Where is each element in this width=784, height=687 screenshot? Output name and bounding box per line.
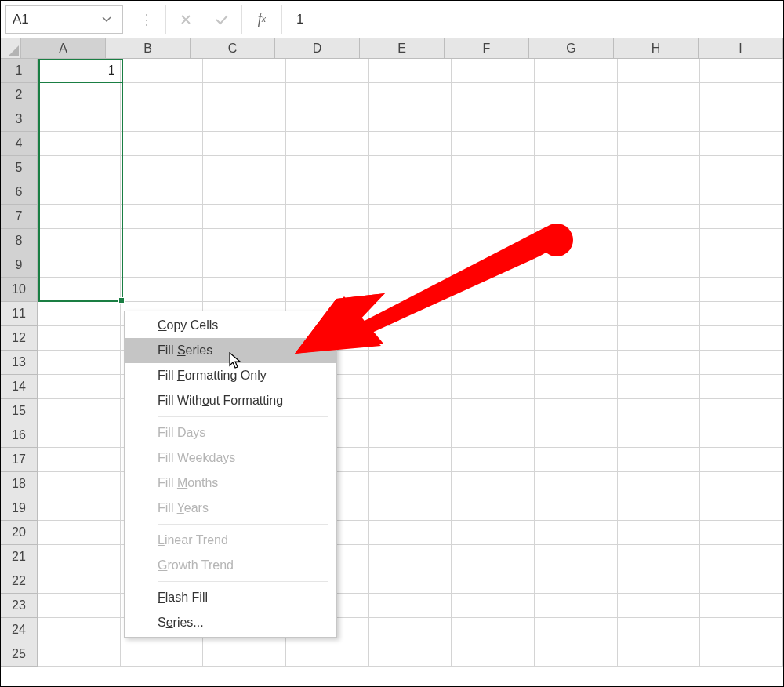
cell[interactable] (369, 302, 452, 326)
row-header[interactable]: 6 (1, 180, 38, 205)
cell[interactable] (203, 642, 286, 667)
cell[interactable] (38, 375, 121, 399)
row-header[interactable]: 23 (1, 594, 38, 618)
cell[interactable] (700, 472, 783, 496)
cell[interactable] (452, 229, 535, 253)
cell[interactable] (618, 448, 701, 472)
cell[interactable] (700, 496, 783, 521)
cell[interactable] (369, 253, 452, 278)
cell[interactable] (452, 545, 535, 569)
cell[interactable] (618, 83, 701, 107)
cell[interactable] (535, 253, 618, 278)
cell[interactable] (700, 423, 783, 448)
cell[interactable] (286, 180, 369, 205)
cell[interactable] (618, 156, 701, 180)
cell[interactable] (38, 326, 121, 351)
cell[interactable] (38, 521, 121, 545)
cell[interactable] (452, 253, 535, 278)
cell[interactable] (535, 521, 618, 545)
cell[interactable] (369, 594, 452, 618)
formula-input[interactable] (289, 5, 779, 34)
cell[interactable] (369, 521, 452, 545)
cell[interactable] (38, 399, 121, 423)
cell[interactable] (38, 423, 121, 448)
cell[interactable] (535, 569, 618, 594)
cell[interactable] (121, 205, 204, 229)
cell[interactable] (203, 132, 286, 156)
cell[interactable] (369, 278, 452, 302)
cell[interactable] (452, 423, 535, 448)
cell[interactable] (38, 107, 121, 132)
cell[interactable] (535, 375, 618, 399)
cell[interactable] (38, 156, 121, 180)
row-header[interactable]: 4 (1, 132, 38, 156)
cell[interactable] (121, 156, 204, 180)
row-header[interactable]: 22 (1, 569, 38, 594)
row-header[interactable]: 3 (1, 107, 38, 132)
cell[interactable] (452, 594, 535, 618)
cell[interactable] (369, 351, 452, 375)
cell[interactable] (535, 545, 618, 569)
row-header[interactable]: 18 (1, 472, 38, 496)
cell[interactable] (452, 107, 535, 132)
row-header[interactable]: 15 (1, 399, 38, 423)
cell[interactable] (535, 423, 618, 448)
cell[interactable] (700, 375, 783, 399)
cell[interactable] (618, 132, 701, 156)
cell[interactable] (618, 253, 701, 278)
cell[interactable] (618, 278, 701, 302)
cell[interactable] (38, 180, 121, 205)
cell[interactable] (700, 83, 783, 107)
cell[interactable] (286, 253, 369, 278)
row-header[interactable]: 10 (1, 278, 38, 302)
cell[interactable] (38, 618, 121, 642)
cell[interactable] (369, 472, 452, 496)
row-header[interactable]: 7 (1, 205, 38, 229)
column-header[interactable]: C (191, 38, 275, 59)
cell[interactable]: 1 (38, 59, 121, 83)
cell[interactable] (700, 618, 783, 642)
cell[interactable] (369, 180, 452, 205)
cell[interactable] (535, 618, 618, 642)
cell[interactable] (369, 132, 452, 156)
cell[interactable] (38, 205, 121, 229)
cell[interactable] (452, 132, 535, 156)
cell[interactable] (452, 569, 535, 594)
cell[interactable] (452, 375, 535, 399)
column-header[interactable]: F (445, 38, 529, 59)
cell[interactable] (700, 448, 783, 472)
cell[interactable] (369, 229, 452, 253)
cell[interactable] (369, 156, 452, 180)
cell[interactable] (286, 107, 369, 132)
cell[interactable] (618, 205, 701, 229)
more-icon[interactable]: ⋮ (128, 5, 164, 34)
cell[interactable] (38, 302, 121, 326)
cell[interactable] (369, 448, 452, 472)
cell[interactable] (121, 278, 204, 302)
cell[interactable] (38, 229, 121, 253)
cell[interactable] (700, 326, 783, 351)
cell[interactable] (452, 642, 535, 667)
cell[interactable] (38, 278, 121, 302)
cell[interactable] (121, 59, 204, 83)
cell[interactable] (700, 253, 783, 278)
cell[interactable] (203, 156, 286, 180)
cell[interactable] (203, 278, 286, 302)
cell[interactable] (700, 59, 783, 83)
cell[interactable] (369, 618, 452, 642)
cell[interactable] (700, 351, 783, 375)
row-header[interactable]: 5 (1, 156, 38, 180)
cell[interactable] (286, 229, 369, 253)
cell[interactable] (452, 351, 535, 375)
cell[interactable] (618, 302, 701, 326)
row-header[interactable]: 8 (1, 229, 38, 253)
cell[interactable] (203, 107, 286, 132)
cell[interactable] (535, 59, 618, 83)
cell[interactable] (452, 278, 535, 302)
cell[interactable] (700, 302, 783, 326)
cell[interactable] (286, 205, 369, 229)
cell[interactable] (618, 59, 701, 83)
cell[interactable] (369, 569, 452, 594)
cell[interactable] (700, 642, 783, 667)
cell[interactable] (700, 180, 783, 205)
